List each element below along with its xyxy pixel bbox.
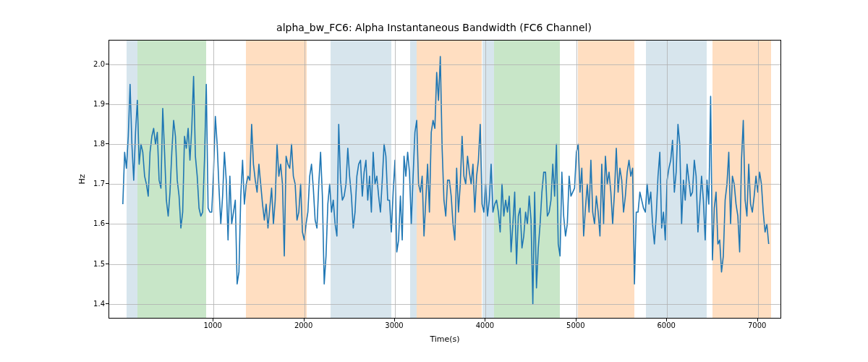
y-tick-mark bbox=[106, 303, 109, 304]
x-tick-label: 5000 bbox=[554, 321, 597, 329]
y-tick-label: 1.8 bbox=[87, 140, 105, 148]
y-tick-label: 1.4 bbox=[87, 299, 105, 307]
gridline-horizontal bbox=[109, 184, 780, 185]
y-tick-mark bbox=[106, 264, 109, 264]
y-tick-label: 1.6 bbox=[87, 219, 105, 227]
figure: alpha_bw_FC6: Alpha Instantaneous Bandwi… bbox=[0, 0, 868, 362]
x-tick-label: 6000 bbox=[644, 321, 688, 329]
chart-title: alpha_bw_FC6: Alpha Instantaneous Bandwi… bbox=[0, 22, 868, 33]
x-tick-label: 2000 bbox=[282, 321, 326, 329]
y-tick-mark bbox=[106, 64, 109, 64]
plot-area bbox=[109, 40, 781, 319]
y-tick-label: 1.7 bbox=[87, 180, 105, 188]
gridline-horizontal bbox=[109, 104, 780, 105]
gridline-vertical bbox=[667, 41, 668, 318]
y-tick-mark bbox=[106, 104, 109, 104]
x-axis-label: Time(s) bbox=[109, 334, 781, 344]
gridline-vertical bbox=[213, 41, 214, 318]
y-tick-label: 1.9 bbox=[87, 100, 105, 108]
x-tick-label: 3000 bbox=[373, 321, 416, 329]
gridline-horizontal bbox=[109, 264, 780, 265]
gridline-horizontal bbox=[109, 224, 780, 224]
x-tick-mark bbox=[304, 319, 305, 321]
y-tick-mark bbox=[106, 223, 109, 224]
y-tick-mark bbox=[106, 143, 109, 144]
y-tick-mark bbox=[106, 183, 109, 184]
x-tick-label: 1000 bbox=[191, 321, 234, 329]
gridline-horizontal bbox=[109, 304, 780, 305]
x-tick-mark bbox=[394, 319, 395, 321]
gridline-vertical bbox=[395, 41, 396, 318]
x-tick-mark bbox=[666, 319, 667, 321]
gridline-horizontal bbox=[109, 64, 780, 65]
x-tick-mark bbox=[213, 319, 213, 321]
x-tick-mark bbox=[576, 319, 576, 321]
y-axis-label-text: Hz bbox=[77, 174, 86, 184]
y-tick-label: 1.5 bbox=[87, 259, 105, 267]
x-tick-label: 7000 bbox=[736, 321, 779, 329]
x-tick-label: 4000 bbox=[463, 321, 506, 329]
gridline-vertical bbox=[758, 41, 759, 318]
x-tick-mark bbox=[485, 319, 485, 321]
data-line bbox=[123, 56, 769, 304]
line-svg bbox=[109, 41, 780, 318]
x-tick-mark bbox=[757, 319, 758, 321]
gridline-horizontal bbox=[109, 144, 780, 145]
gridline-vertical bbox=[305, 41, 305, 318]
gridline-vertical bbox=[576, 41, 577, 318]
y-axis-label: Hz bbox=[76, 40, 88, 319]
y-tick-label: 2.0 bbox=[87, 60, 105, 68]
gridline-vertical bbox=[485, 41, 486, 318]
